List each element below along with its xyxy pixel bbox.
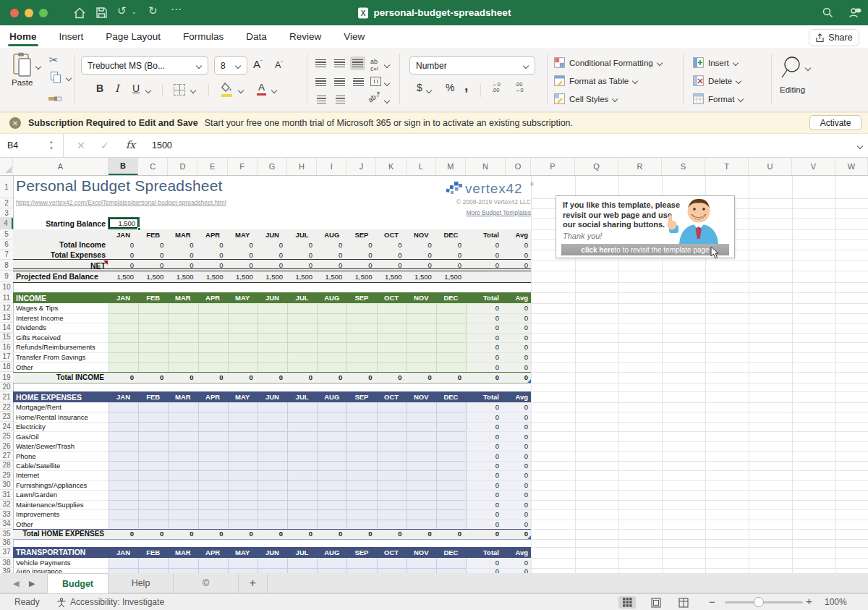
cell[interactable]: 0: [287, 240, 312, 250]
cell[interactable]: 0: [466, 362, 499, 372]
underline-chevron-icon[interactable]: [146, 88, 151, 93]
page-break-view-icon[interactable]: [675, 596, 692, 609]
summary-month-JUL[interactable]: JUL: [287, 229, 317, 240]
decrease-decimal-icon[interactable]: .00→0: [515, 82, 524, 93]
cell[interactable]: 0: [436, 529, 461, 539]
column-header-Q[interactable]: Q: [575, 158, 618, 175]
cell[interactable]: 0: [228, 372, 253, 383]
column-header-G[interactable]: G: [258, 158, 287, 175]
align-top-icon[interactable]: [315, 59, 326, 67]
cell[interactable]: 0: [287, 250, 312, 260]
wrap-text-icon[interactable]: abc↵: [370, 58, 379, 72]
format-painter-icon[interactable]: [48, 88, 62, 101]
cell[interactable]: 0: [466, 529, 499, 539]
cell[interactable]: 0: [466, 303, 499, 313]
cell[interactable]: 0: [506, 250, 528, 260]
cell[interactable]: 1,500: [287, 271, 312, 282]
row-header-24[interactable]: 24: [0, 422, 13, 431]
orientation-chevron-icon[interactable]: [385, 98, 390, 103]
editing-button[interactable]: [780, 55, 804, 85]
cell[interactable]: 1,500: [377, 271, 402, 282]
copy-icon[interactable]: [51, 72, 58, 80]
cell[interactable]: 1,500: [198, 271, 224, 282]
cell[interactable]: 0: [506, 451, 528, 460]
sheet-url-link[interactable]: https://www.vertex42.com/ExcelTemplates/…: [16, 199, 226, 206]
cell[interactable]: 0: [168, 372, 193, 383]
row-header-21[interactable]: 21: [0, 391, 13, 402]
cell[interactable]: 0: [198, 529, 224, 539]
cell[interactable]: 0: [506, 431, 528, 441]
row-header-25[interactable]: 25: [0, 431, 13, 441]
cell[interactable]: 0: [436, 372, 461, 383]
zoom-slider-knob[interactable]: [754, 597, 764, 607]
cell[interactable]: 0: [466, 372, 499, 383]
delete-cells-button[interactable]: Delete: [693, 75, 741, 86]
tab-page-layout[interactable]: Page Layout: [106, 25, 161, 48]
comma-format-icon[interactable]: ,: [464, 78, 468, 94]
cell[interactable]: 0: [506, 303, 528, 313]
page-layout-view-icon[interactable]: [647, 596, 665, 609]
summary-month-APR[interactable]: APR: [198, 229, 228, 240]
row-header-13[interactable]: 13: [0, 313, 13, 323]
row-header-36[interactable]: 36: [0, 539, 13, 547]
zoom-slider[interactable]: [725, 601, 803, 603]
cell[interactable]: 0: [506, 461, 528, 470]
cell[interactable]: 0: [506, 480, 528, 490]
cell[interactable]: 1,500: [109, 271, 134, 282]
cell[interactable]: 0: [258, 240, 283, 250]
row-header-34[interactable]: 34: [0, 520, 13, 529]
column-header-W[interactable]: W: [835, 158, 868, 175]
row-header-20[interactable]: 20: [0, 383, 13, 391]
cell[interactable]: 1,500: [317, 271, 342, 282]
tab-review[interactable]: Review: [289, 25, 321, 48]
column-header-N[interactable]: N: [466, 158, 506, 175]
selected-cell-b4[interactable]: 1,500: [109, 219, 138, 228]
summary-month-NOV[interactable]: NOV: [407, 229, 436, 240]
summary-month-JAN[interactable]: JAN: [109, 229, 138, 240]
row-header-26[interactable]: 26: [0, 441, 13, 451]
cell[interactable]: 0: [466, 451, 499, 460]
format-cells-button[interactable]: Format: [693, 93, 744, 104]
cell[interactable]: 0: [377, 250, 402, 260]
activate-button[interactable]: Activate: [809, 115, 861, 130]
column-header-B[interactable]: B: [109, 158, 138, 175]
cell[interactable]: 0: [138, 529, 163, 539]
zoom-in-icon[interactable]: +: [806, 595, 812, 607]
increase-indent-icon[interactable]: [336, 96, 345, 103]
number-format-select[interactable]: Number: [409, 56, 535, 75]
row-header-3[interactable]: 3: [0, 208, 13, 218]
merge-chevron-icon[interactable]: [385, 80, 390, 85]
column-header-U[interactable]: U: [749, 158, 792, 175]
cell[interactable]: 0: [506, 362, 528, 372]
search-icon[interactable]: [822, 7, 834, 19]
decrease-indent-icon[interactable]: [317, 96, 326, 103]
cell[interactable]: 0: [317, 529, 342, 539]
cell[interactable]: 0: [436, 250, 461, 260]
cell[interactable]: 0: [138, 372, 163, 383]
cell[interactable]: 0: [258, 529, 283, 539]
cell[interactable]: 0: [138, 240, 163, 250]
cell[interactable]: 0: [506, 313, 528, 323]
cell[interactable]: 0: [168, 250, 193, 260]
sheet-tab-copyright[interactable]: ©: [174, 573, 239, 593]
cell[interactable]: 0: [466, 490, 499, 499]
cell[interactable]: 0: [506, 520, 528, 529]
cell[interactable]: 0: [466, 333, 499, 343]
currency-chevron-icon[interactable]: [427, 88, 432, 93]
account-icon[interactable]: [848, 7, 862, 20]
orientation-icon[interactable]: ab↗: [367, 89, 383, 103]
row-header-17[interactable]: 17: [0, 352, 13, 363]
row-header-22[interactable]: 22: [0, 402, 13, 412]
cell[interactable]: 0: [466, 520, 499, 529]
row-header-4[interactable]: 4: [0, 218, 13, 229]
row-header-6[interactable]: 6: [0, 240, 13, 250]
cell[interactable]: 1,500: [168, 271, 193, 282]
row-header-38[interactable]: 38: [0, 558, 13, 568]
accessibility-icon[interactable]: [56, 598, 67, 608]
column-header-J[interactable]: J: [346, 158, 376, 175]
cell[interactable]: 0: [506, 529, 528, 539]
cell[interactable]: 0: [407, 240, 432, 250]
column-header-F[interactable]: F: [228, 158, 258, 175]
column-header-V[interactable]: V: [792, 158, 835, 175]
tab-data[interactable]: Data: [246, 25, 267, 48]
